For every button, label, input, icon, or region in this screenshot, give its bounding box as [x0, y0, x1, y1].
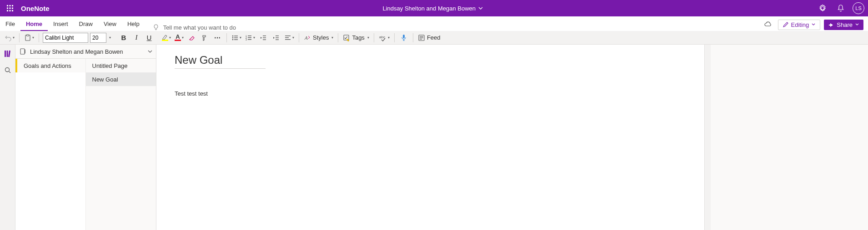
svg-rect-29: [285, 36, 291, 36]
search-button[interactable]: [2, 64, 14, 77]
svg-rect-40: [5, 51, 6, 57]
indent-icon: [272, 34, 280, 41]
format-painter-button[interactable]: [199, 32, 210, 43]
share-button[interactable]: Share: [824, 20, 863, 30]
editing-label: Editing: [791, 21, 809, 28]
outdent-button[interactable]: [258, 32, 269, 43]
chevron-down-icon: ▾: [367, 36, 369, 40]
chevron-down-icon: [148, 49, 152, 54]
notifications-button[interactable]: [834, 2, 847, 15]
font-size-input[interactable]: [90, 33, 106, 43]
highlight-icon: [162, 34, 168, 41]
notebook-selector[interactable]: Lindsay Shelton and Megan Bowen: [15, 45, 156, 59]
bold-button[interactable]: B: [118, 32, 129, 43]
svg-text:abc: abc: [379, 35, 385, 39]
section-item[interactable]: Goals and Actions: [15, 59, 85, 72]
svg-rect-4: [10, 8, 11, 9]
tab-view[interactable]: View: [98, 18, 122, 31]
styles-button[interactable]: A Styles ▾: [303, 32, 334, 43]
underline-icon: U: [147, 34, 152, 41]
notebooks-button[interactable]: [2, 47, 14, 60]
underline-button[interactable]: U: [144, 32, 155, 43]
tell-me-search[interactable]: Tell me what you want to do: [152, 24, 236, 31]
microphone-icon: [401, 34, 407, 41]
share-label: Share: [837, 21, 853, 28]
svg-rect-27: [276, 37, 279, 38]
indent-button[interactable]: [271, 32, 281, 43]
section-list: Goals and Actions: [15, 59, 85, 230]
tab-help[interactable]: Help: [122, 18, 145, 31]
page-label: Untitled Page: [92, 62, 128, 69]
page-item[interactable]: Untitled Page: [86, 59, 156, 72]
gear-icon: [818, 4, 827, 12]
separator: [413, 33, 413, 42]
page-body[interactable]: Test test test: [175, 90, 208, 97]
font-name-input[interactable]: [43, 33, 88, 43]
tags-button[interactable]: Tags ▾: [342, 32, 370, 43]
feed-icon: [418, 34, 425, 41]
chevron-down-icon: [812, 23, 815, 26]
section-page-row: Goals and Actions Untitled Page New Goal: [15, 59, 156, 230]
home-toolbar: ▾ ▾ ▾ B I U ▾ A ▾ ⋯ ▾: [0, 31, 868, 45]
app-launcher-button[interactable]: [4, 2, 16, 15]
sync-status-button[interactable]: [762, 18, 774, 31]
tab-draw[interactable]: Draw: [74, 18, 98, 31]
svg-point-11: [232, 35, 234, 36]
feed-button[interactable]: Feed: [417, 32, 442, 43]
bullets-button[interactable]: ▾: [231, 32, 242, 43]
page-label: New Goal: [92, 76, 118, 83]
page-item[interactable]: New Goal: [86, 72, 156, 86]
svg-rect-18: [248, 36, 251, 36]
svg-rect-10: [27, 35, 29, 36]
chevron-down-icon: ▾: [253, 36, 255, 40]
header-right: LS: [816, 2, 864, 15]
avatar[interactable]: LS: [853, 2, 864, 14]
settings-button[interactable]: [816, 2, 829, 15]
main-area: Lindsay Shelton and Megan Bowen Goals an…: [0, 45, 868, 230]
ribbon-tabs: File Home Insert Draw View Help Tell me …: [0, 16, 868, 31]
tags-icon: [343, 34, 350, 41]
italic-button[interactable]: I: [131, 32, 142, 43]
separator: [19, 33, 20, 42]
spellcheck-button[interactable]: abc ▾: [378, 32, 391, 43]
svg-rect-0: [7, 5, 8, 6]
styles-label: Styles: [312, 34, 330, 41]
clear-formatting-button[interactable]: [186, 32, 197, 43]
svg-rect-31: [285, 39, 291, 40]
separator: [374, 33, 374, 42]
svg-rect-22: [248, 39, 251, 40]
svg-rect-47: [25, 52, 25, 53]
tab-file[interactable]: File: [0, 18, 20, 31]
chevron-down-icon[interactable]: ▾: [109, 36, 111, 40]
svg-rect-2: [12, 5, 13, 6]
numbering-button[interactable]: 1 2 3 ▾: [244, 32, 256, 43]
svg-rect-35: [403, 35, 405, 38]
svg-rect-23: [263, 36, 266, 36]
tab-insert[interactable]: Insert: [48, 18, 74, 31]
editing-mode-button[interactable]: Editing: [778, 20, 821, 30]
styles-icon: A: [304, 34, 311, 41]
align-button[interactable]: ▾: [283, 32, 295, 43]
notebook-title-dropdown[interactable]: Lindsay Shelton and Megan Bowen: [50, 5, 816, 12]
lightbulb-icon: [152, 24, 160, 31]
vertical-scrollbar[interactable]: [704, 45, 711, 230]
page-canvas[interactable]: New Goal Test test test: [156, 45, 704, 230]
share-icon: [828, 22, 834, 27]
cloud-sync-icon: [764, 20, 772, 29]
paste-button[interactable]: ▾: [23, 32, 35, 43]
page-title[interactable]: New Goal: [175, 54, 266, 69]
svg-rect-42: [8, 51, 10, 57]
font-color-button[interactable]: A ▾: [174, 32, 185, 43]
section-label: Goals and Actions: [24, 62, 71, 69]
svg-rect-24: [263, 37, 266, 38]
highlight-button[interactable]: ▾: [161, 32, 172, 43]
bullets-icon: [231, 34, 239, 41]
more-formatting-button[interactable]: ⋯: [212, 32, 223, 43]
tab-home[interactable]: Home: [20, 18, 48, 31]
svg-rect-14: [234, 37, 238, 38]
chevron-down-icon: ▾: [388, 36, 390, 40]
undo-button[interactable]: ▾: [4, 32, 15, 43]
app-header: OneNote Lindsay Shelton and Megan Bowen …: [0, 0, 868, 16]
dictate-button[interactable]: [398, 32, 409, 43]
font-color-icon: A: [175, 34, 181, 41]
